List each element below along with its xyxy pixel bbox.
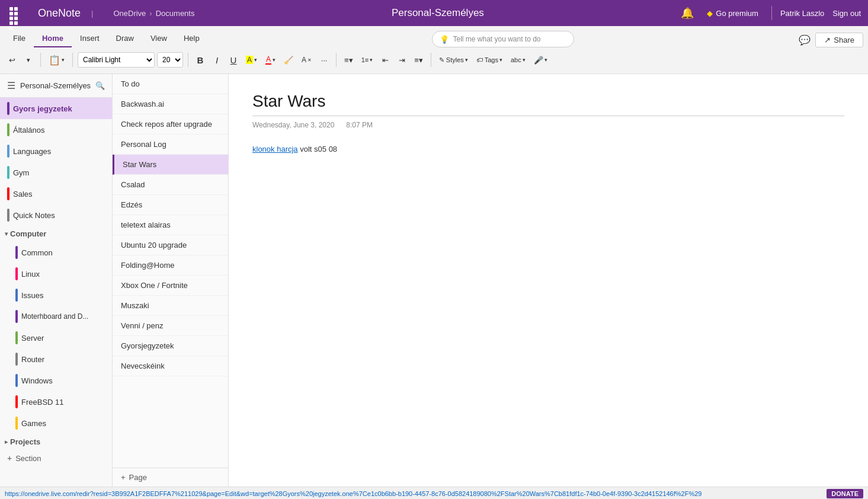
section-sales[interactable]: Sales: [0, 183, 112, 204]
note-title[interactable]: Star Wars: [252, 92, 844, 116]
align-button[interactable]: ≡▾: [411, 52, 426, 68]
tags-button[interactable]: 🏷 Tags▾: [473, 52, 505, 68]
ribbon-tabs: File Home Insert Draw View Help 💡 Tell m…: [5, 26, 863, 47]
breadcrumb-onedrive[interactable]: OneDrive: [113, 9, 146, 18]
page-edzes[interactable]: Edzés: [113, 195, 228, 215]
breadcrumb-documents[interactable]: Documents: [156, 9, 195, 18]
font-color-button[interactable]: A▾: [262, 52, 278, 68]
page-personal-log[interactable]: Personal Log: [113, 135, 228, 155]
page-backwash[interactable]: Backwash.ai: [113, 94, 228, 114]
share-button[interactable]: ↗ Share: [815, 33, 863, 47]
bold-button[interactable]: B: [193, 52, 207, 68]
section-games[interactable]: Games: [8, 412, 112, 434]
section-color-gym: [7, 166, 9, 179]
note-time: 8:07 PM: [346, 121, 373, 129]
group-computer[interactable]: ▾ Computer: [0, 226, 112, 242]
page-xbox[interactable]: Xbox One / Fortnite: [113, 276, 228, 296]
waffle-icon-container[interactable]: [7, 5, 24, 21]
format-clear-button[interactable]: A✕: [299, 52, 315, 68]
section-quick-notes[interactable]: Quick Notes: [0, 204, 112, 226]
note-link-klonok[interactable]: klonok harcja: [252, 145, 298, 153]
numbering-button[interactable]: 1≡▾: [358, 52, 376, 68]
section-color-languages: [7, 145, 9, 158]
ribbon-tools: ↩ ▾ 📋▾ Calibri Light 20 B I U A▾ A▾ 🧹 A✕…: [5, 47, 863, 73]
sidebar-search-icon[interactable]: 🔍: [95, 81, 105, 90]
page-muszaki[interactable]: Muszaki: [113, 296, 228, 316]
tool-sep-5: [431, 53, 431, 67]
donate-button[interactable]: DONATE: [827, 489, 863, 498]
add-section-button[interactable]: + Section: [0, 450, 112, 466]
pages-panel: To do Backwash.ai Check repos after upgr…: [113, 74, 229, 487]
sidebar-title: Personal-Személyes: [20, 81, 91, 90]
section-altalanos[interactable]: Általános: [0, 119, 112, 140]
user-name[interactable]: Patrik Laszlo: [780, 9, 824, 18]
page-star-wars[interactable]: Star Wars: [113, 155, 228, 175]
page-teletext[interactable]: teletext alairas: [113, 215, 228, 235]
chat-icon[interactable]: 💬: [799, 34, 811, 46]
section-issues[interactable]: Issues: [8, 284, 112, 306]
section-motherboard[interactable]: Moterhboard and D...: [8, 306, 112, 327]
tab-home[interactable]: Home: [34, 30, 72, 47]
more-tools-button[interactable]: ···: [317, 52, 331, 68]
font-selector[interactable]: Calibri Light: [78, 52, 155, 68]
page-todo[interactable]: To do: [113, 74, 228, 94]
styles-button[interactable]: ✎ Styles▾: [436, 52, 471, 68]
underline-button[interactable]: U: [226, 52, 241, 68]
spelling-button[interactable]: abc▾: [508, 52, 529, 68]
section-freebsd[interactable]: FreeBSD 11: [8, 391, 112, 412]
section-windows[interactable]: Windows: [8, 370, 112, 391]
indent-left-button[interactable]: ⇤: [378, 52, 392, 68]
indent-right-button[interactable]: ⇥: [395, 52, 409, 68]
note-content[interactable]: klonok harcja volt s05 08: [252, 143, 844, 156]
italic-button[interactable]: I: [210, 52, 224, 68]
tab-view[interactable]: View: [142, 30, 175, 47]
bell-icon[interactable]: 🔔: [681, 7, 694, 20]
status-bar: https://onedrive.live.com/redir?resid=3B…: [0, 487, 868, 499]
page-nevecskéink[interactable]: Nevecskéink: [113, 356, 228, 376]
page-venni[interactable]: Venni / penz: [113, 316, 228, 336]
ribbon: File Home Insert Draw View Help 💡 Tell m…: [0, 26, 868, 74]
section-languages[interactable]: Languages: [0, 140, 112, 162]
sign-out-link[interactable]: Sign out: [832, 9, 861, 18]
section-color-linux: [15, 267, 18, 280]
note-meta: Wednesday, June 3, 2020 8:07 PM: [252, 121, 844, 129]
mic-button[interactable]: 🎤▾: [531, 52, 550, 68]
go-premium-button[interactable]: ◆ Go premium: [702, 7, 763, 20]
section-label-languages: Languages: [13, 147, 51, 156]
page-ubuntu[interactable]: Ubuntu 20 upgrade: [113, 235, 228, 255]
redo-button[interactable]: ▾: [21, 52, 36, 68]
section-color-sales: [7, 187, 9, 200]
tab-insert[interactable]: Insert: [72, 30, 108, 47]
section-label-linux: Linux: [21, 270, 40, 279]
chevron-computer: ▾: [5, 231, 8, 237]
page-folding[interactable]: Folding@Home: [113, 255, 228, 276]
section-common[interactable]: Common: [8, 242, 112, 263]
lightbulb-icon: 💡: [440, 35, 449, 44]
hamburger-icon[interactable]: ☰: [7, 80, 15, 91]
highlight-button[interactable]: A▾: [243, 52, 260, 68]
section-router[interactable]: Router: [8, 348, 112, 370]
section-gyors-jegyzetek[interactable]: Gyors jegyzetek: [0, 98, 112, 119]
page-check-repos[interactable]: Check repos after upgrade: [113, 114, 228, 135]
group-projects[interactable]: ▸ Projects: [0, 434, 112, 450]
waffle-icon[interactable]: [7, 5, 24, 21]
section-gym[interactable]: Gym: [0, 162, 112, 183]
eraser-button[interactable]: 🧹: [281, 52, 296, 68]
page-csalad[interactable]: Csalad: [113, 175, 228, 195]
tool-sep-1: [40, 53, 41, 67]
page-gyorsjegyzetek[interactable]: Gyorsjegyzetek: [113, 336, 228, 356]
font-size-selector[interactable]: 20: [157, 52, 183, 68]
group-computer-label: Computer: [10, 229, 46, 238]
clipboard-button[interactable]: 📋▾: [46, 52, 68, 68]
tell-me-box[interactable]: 💡 Tell me what you want to do: [432, 31, 574, 47]
bullets-button[interactable]: ≡▾: [341, 52, 356, 68]
tab-help[interactable]: Help: [175, 30, 208, 47]
section-server[interactable]: Server: [8, 327, 112, 348]
tab-draw[interactable]: Draw: [108, 30, 142, 47]
computer-subsections: Common Linux Issues Moterhboard and D...…: [0, 242, 112, 434]
section-linux[interactable]: Linux: [8, 263, 112, 284]
note-area: Star Wars Wednesday, June 3, 2020 8:07 P…: [229, 74, 868, 487]
add-page-button[interactable]: + Page: [113, 468, 228, 487]
tab-file[interactable]: File: [5, 30, 34, 47]
undo-button[interactable]: ↩: [5, 52, 19, 68]
